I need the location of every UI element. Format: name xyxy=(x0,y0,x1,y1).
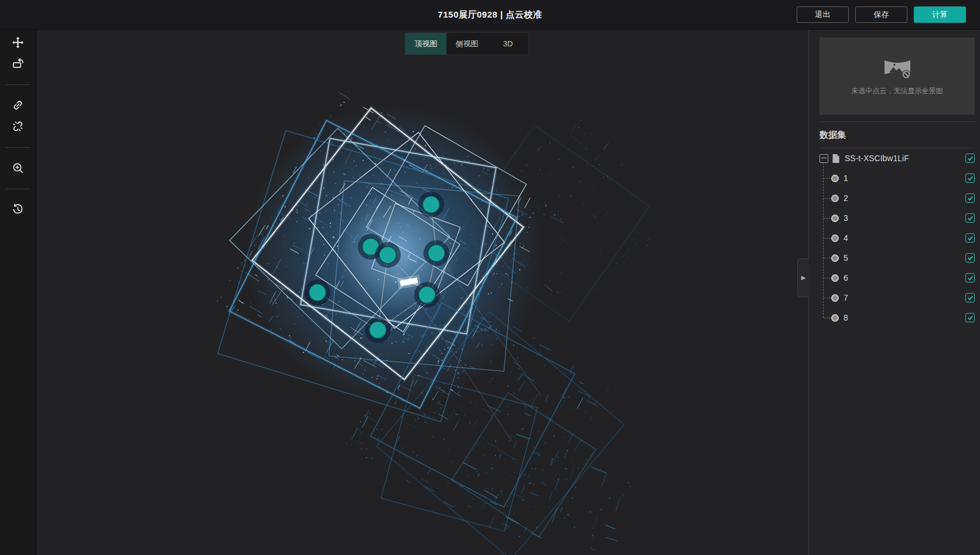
tree-scan-label: 3 xyxy=(844,213,848,223)
left-toolbar xyxy=(0,30,36,555)
rotate-icon xyxy=(11,57,25,70)
calibration-marker[interactable] xyxy=(419,287,436,304)
scan-node-icon xyxy=(831,314,839,322)
tab-side-view[interactable]: 侧视图 xyxy=(446,33,487,55)
scan-checkbox[interactable] xyxy=(965,253,975,263)
panorama-disabled-icon xyxy=(883,56,912,81)
zoom-in-icon xyxy=(11,161,25,175)
calibration-marker[interactable] xyxy=(309,284,326,301)
move-tool-button[interactable] xyxy=(5,32,31,53)
tree-scan-label: 4 xyxy=(844,233,848,243)
page-title: 7150展厅0928 | 点云校准 xyxy=(438,9,542,21)
tree-scan-label: 8 xyxy=(844,313,848,322)
scan-checkbox[interactable] xyxy=(965,173,975,183)
check-icon xyxy=(967,215,974,222)
panel-collapse-button[interactable]: ▶ xyxy=(797,258,809,297)
tree-root-label: SS-t-XSCIbw1LiF xyxy=(845,154,909,163)
point-cloud-render xyxy=(36,30,808,555)
tree-scan-row[interactable]: 4 xyxy=(819,228,975,248)
tree-scan-label: 5 xyxy=(844,253,848,263)
exit-button[interactable]: 退出 xyxy=(797,6,849,23)
check-icon xyxy=(967,235,974,241)
tree-scan-label: 6 xyxy=(844,273,848,282)
compute-button[interactable]: 计算 xyxy=(914,6,966,23)
topbar: 7150展厅0928 | 点云校准 退出 保存 计算 xyxy=(0,0,980,30)
right-panel: ▶ 未选中点云，无法显示全景图 数据集 xyxy=(808,30,980,555)
tree-scan-row[interactable]: 6 xyxy=(819,268,975,288)
scan-node-icon xyxy=(831,294,839,302)
toolbar-divider xyxy=(6,84,30,85)
calibration-marker[interactable] xyxy=(380,247,397,264)
chevron-right-icon: ▶ xyxy=(801,275,806,281)
scan-node-icon xyxy=(831,254,839,262)
check-icon xyxy=(967,295,974,301)
save-button[interactable]: 保存 xyxy=(855,6,907,23)
tree-scan-row[interactable]: 7 xyxy=(819,288,975,308)
calibration-marker[interactable] xyxy=(423,196,440,213)
unlink-icon xyxy=(11,120,25,133)
tab-top-view[interactable]: 顶视图 xyxy=(405,33,446,55)
check-icon xyxy=(967,275,974,281)
tree-scan-row[interactable]: 8 xyxy=(819,308,975,328)
tree-children: 1 2 3 4 5 6 xyxy=(819,168,975,328)
check-icon xyxy=(967,175,974,182)
tree-scan-label: 1 xyxy=(844,173,848,183)
check-icon xyxy=(967,315,974,321)
panorama-message: 未选中点云，无法显示全景图 xyxy=(852,86,943,96)
panel-divider xyxy=(819,121,975,122)
scan-checkbox[interactable] xyxy=(965,213,975,223)
tree-scan-row[interactable]: 1 xyxy=(819,168,975,188)
scan-checkbox[interactable] xyxy=(965,273,975,282)
tree-root-row[interactable]: SS-t-XSCIbw1LiF xyxy=(819,148,975,168)
viewport-canvas[interactable]: 顶视图 侧视图 3D xyxy=(36,30,808,555)
scan-checkbox[interactable] xyxy=(965,293,975,302)
check-icon xyxy=(967,155,974,162)
scan-node-icon xyxy=(831,234,839,242)
app-window: 7150展厅0928 | 点云校准 退出 保存 计算 xyxy=(0,0,980,555)
scan-checkbox[interactable] xyxy=(965,193,975,203)
dataset-tree: SS-t-XSCIbw1LiF 1 2 3 4 xyxy=(819,148,975,328)
panorama-placeholder: 未选中点云，无法显示全景图 xyxy=(819,38,975,115)
tree-scan-label: 7 xyxy=(844,293,848,302)
link-icon xyxy=(11,98,25,112)
topbar-actions: 退出 保存 计算 xyxy=(797,6,966,23)
calibration-marker[interactable] xyxy=(428,245,445,262)
toolbar-divider xyxy=(6,147,30,148)
scan-checkbox[interactable] xyxy=(965,313,975,322)
zoom-in-button[interactable] xyxy=(5,157,31,178)
file-icon xyxy=(832,154,841,164)
rotate-tool-button[interactable] xyxy=(5,53,31,74)
check-icon xyxy=(967,255,974,261)
toolbar-divider xyxy=(6,189,30,189)
dataset-root-checkbox[interactable] xyxy=(965,154,975,163)
check-icon xyxy=(967,195,974,202)
scan-node-icon xyxy=(831,274,839,282)
scan-node-icon xyxy=(831,214,839,222)
scan-node-icon xyxy=(831,195,839,202)
tree-scan-row[interactable]: 3 xyxy=(819,208,975,228)
move-icon xyxy=(11,36,25,49)
unlink-tool-button[interactable] xyxy=(5,115,31,137)
dataset-heading: 数据集 xyxy=(819,130,975,141)
scan-node-icon xyxy=(831,175,839,182)
view-tabs: 顶视图 侧视图 3D xyxy=(405,32,529,55)
history-button[interactable] xyxy=(5,199,31,220)
tree-scan-label: 2 xyxy=(844,193,848,203)
collapse-toggle-icon[interactable] xyxy=(819,154,828,163)
main-area: 顶视图 侧视图 3D ▶ 未选中点云，无法显示全景图 xyxy=(0,30,980,555)
tree-scan-row[interactable]: 5 xyxy=(819,248,975,268)
link-tool-button[interactable] xyxy=(5,94,31,115)
scan-checkbox[interactable] xyxy=(965,233,975,243)
history-icon xyxy=(11,203,25,216)
tab-3d-view[interactable]: 3D xyxy=(487,33,528,55)
calibration-marker[interactable] xyxy=(370,322,387,339)
tree-scan-row[interactable]: 2 xyxy=(819,188,975,208)
